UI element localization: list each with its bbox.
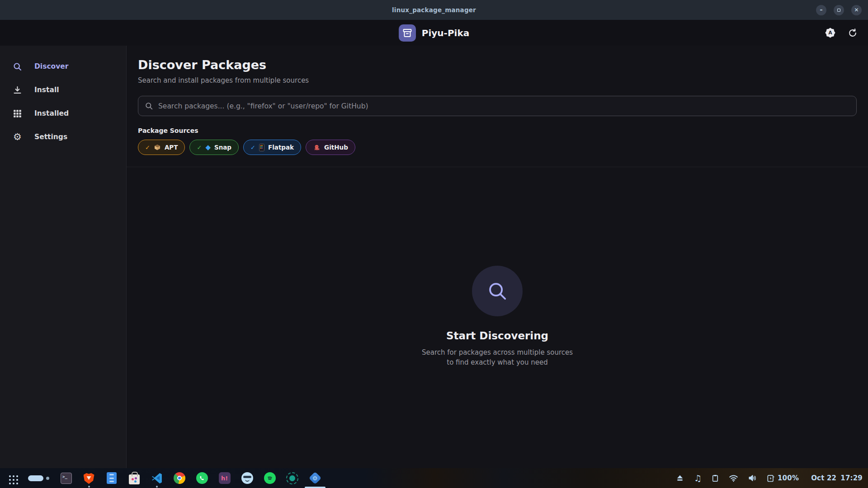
sidebar: Discover Install Installed ⚙ Settings [0,46,127,468]
sidebar-label-installed: Installed [34,109,69,117]
battery-indicator[interactable]: 100% [766,474,799,483]
taskbar-app-whatsapp[interactable] [196,472,208,484]
app-logo [399,24,416,42]
gear-icon: ⚙ [13,132,22,142]
main-content: Discover Packages Search and install pac… [127,46,868,468]
music-note-icon: ♫ [694,474,702,483]
workspace-switcher[interactable] [28,475,50,481]
taskbar-app-brave[interactable] [83,472,95,484]
header-actions: A [825,20,858,46]
archive-box-icon [402,28,413,38]
music-player-button[interactable]: ♫ [694,474,702,483]
taskbar-app-spotify[interactable] [264,472,276,484]
volume-button[interactable] [748,474,757,483]
maximize-icon [837,9,840,12]
spotify-icon [264,472,276,484]
eject-button[interactable] [675,474,684,483]
vscode-icon [151,472,163,484]
workspace-pill-icon [28,475,43,481]
refresh-button[interactable] [847,28,858,38]
clipboard-icon [711,474,719,483]
empty-state-title: Start Discovering [446,330,548,342]
taskbar-app-vscode[interactable] [151,472,163,484]
sidebar-item-settings[interactable]: ⚙ Settings [0,125,126,149]
octopus-icon [313,144,321,151]
source-chip-github[interactable]: GitHub [306,140,355,155]
terminal-icon: >_ [61,473,72,484]
sidebar-label-discover: Discover [34,62,69,70]
sidebar-label-install: Install [34,86,59,94]
close-icon: ✕ [854,7,859,13]
battery-icon [766,474,775,483]
source-chip-flatpak[interactable]: ✓ Flatpak [243,140,301,155]
badge-a-button[interactable]: A [825,28,835,38]
search-icon [13,62,22,71]
file-cabinet-icon [107,472,117,484]
close-button[interactable]: ✕ [851,5,862,15]
brave-icon [84,472,94,484]
check-icon: ✓ [197,144,202,151]
sidebar-label-settings: Settings [34,133,67,141]
chrome-icon [174,472,185,484]
titlebar: linux_package_manager – ✕ [0,0,868,20]
wifi-button[interactable] [729,474,738,482]
window-title: linux_package_manager [392,6,476,14]
cool-face-icon [241,472,253,484]
maximize-button[interactable] [834,5,844,15]
hashnode-icon: h! [219,472,231,484]
check-icon: ✓ [250,144,255,151]
section-divider [127,167,868,167]
search-input[interactable] [158,102,850,110]
app-grid-button[interactable] [5,472,18,484]
app-body: Discover Install Installed ⚙ Settings [0,46,868,468]
check-icon: ✓ [145,144,150,151]
source-chip-label: APT [165,144,178,151]
time-label: 17:29 [840,474,863,482]
source-chip-label: Flatpak [268,144,294,151]
refresh-icon [848,28,858,38]
taskbar-app-hashnode[interactable]: h! [218,472,231,484]
date-label: Oct 22 [811,474,836,482]
taskbar-app-store[interactable] [128,472,140,484]
teal-ring-icon [286,472,298,484]
taskbar-app-chrome[interactable] [173,472,185,484]
wifi-icon [729,474,738,482]
sidebar-item-installed[interactable]: Installed [0,102,126,125]
page-subtitle: Search and install packages from multipl… [138,76,857,84]
eject-icon [675,474,684,483]
empty-state-subtitle: Search for packages across multiple sour… [422,348,573,368]
taskbar: >_ h! [0,468,868,488]
sidebar-item-discover[interactable]: Discover [0,55,126,78]
taskbar-app-terminal[interactable]: >_ [60,472,72,484]
phone-icon [259,144,264,151]
source-chip-label: GitHub [324,144,348,151]
source-chip-apt[interactable]: ✓ APT [138,140,185,155]
minimize-icon: – [820,7,823,13]
store-bag-icon [129,474,140,484]
empty-state: Start Discovering Search for packages ac… [138,266,857,368]
volume-icon [748,474,757,483]
taskbar-app-tealring[interactable] [286,472,298,484]
screen: linux_package_manager – ✕ Piyu-Pika A [0,0,868,488]
app-title: Piyu-Pika [422,28,469,38]
minimize-button[interactable]: – [816,5,826,15]
search-icon [145,102,153,110]
package-sources-label: Package Sources [138,127,857,134]
grid-icon [13,109,22,118]
search-icon [487,281,508,301]
taskbar-app-coolapp[interactable] [241,472,253,484]
clock[interactable]: Oct 22 17:29 [811,474,863,482]
search-bar [138,96,857,116]
package-box-icon [154,144,161,151]
empty-state-line1: Search for packages across multiple sour… [422,348,573,358]
source-chip-snap[interactable]: ✓ ◆ Snap [189,140,239,155]
taskbar-app-package-manager[interactable]: ⚙ [309,472,321,484]
clipboard-button[interactable] [711,474,719,483]
empty-state-line2: to find exactly what you need [422,358,573,368]
window-controls: – ✕ [816,0,862,20]
page-title: Discover Packages [138,58,857,72]
sidebar-item-install[interactable]: Install [0,78,126,102]
blue-diamond-icon: ◆ [205,144,211,151]
app-header: Piyu-Pika A [0,20,868,46]
taskbar-app-files[interactable] [105,472,118,484]
